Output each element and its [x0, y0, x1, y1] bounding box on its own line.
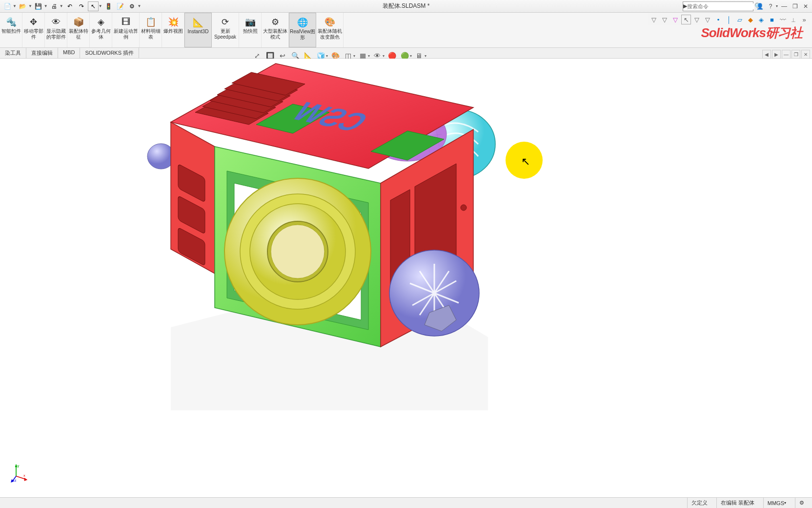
settings-icon[interactable]: ⚙	[127, 1, 138, 11]
undo-icon[interactable]: ↶	[64, 1, 75, 11]
filter-icon[interactable]: ▽	[692, 15, 702, 24]
curve-icon[interactable]: 〰	[778, 15, 788, 24]
svg-text:z: z	[15, 478, 17, 483]
dropdown-icon[interactable]: ▼	[138, 4, 142, 8]
filter-icon[interactable]: ▽	[649, 15, 659, 24]
search-input[interactable]	[687, 3, 754, 9]
dropdown-icon[interactable]: ▾	[326, 54, 328, 58]
tab-rendertools[interactable]: 染工具	[0, 48, 26, 58]
asmfeat-button[interactable]: 📦装配体特征	[67, 13, 90, 47]
dropdown-icon[interactable]: ▼	[44, 4, 48, 8]
ribbon-label: 大型装配体模式	[262, 28, 288, 40]
filter-icon[interactable]: ▽	[670, 15, 680, 24]
filter-icon[interactable]: ▽	[660, 15, 670, 24]
ribbon-label: 爆炸视图	[163, 28, 183, 34]
face-icon[interactable]: ▱	[735, 15, 745, 24]
dropdown-icon[interactable]: ▾	[410, 54, 412, 58]
largeasm-button[interactable]: ⚙大型装配体模式	[262, 13, 289, 47]
realview-button[interactable]: 🌐RealView图形	[289, 13, 316, 47]
tab-mbd[interactable]: MBD	[58, 48, 80, 58]
restore-icon[interactable]: ❐	[791, 2, 799, 11]
ribbon-label: 装配体随机改变颜色	[316, 28, 343, 40]
user-icon[interactable]: 👤	[755, 2, 764, 11]
min-viewport-icon[interactable]: —	[782, 50, 791, 59]
cursor-icon[interactable]: ↖	[681, 15, 691, 24]
refgeom-button[interactable]: ◈参考几何体	[90, 13, 112, 47]
smartfastener-button[interactable]: 🔩智能扣件	[0, 13, 22, 47]
dropdown-icon[interactable]: ▼	[28, 4, 32, 8]
assembly-model: CSW	[137, 59, 508, 410]
filter-icon[interactable]: ▽	[703, 15, 712, 24]
exploded-button[interactable]: 💥爆炸视图	[162, 13, 184, 47]
svg-point-26	[461, 205, 467, 211]
document-title: 装配体.SLDASM *	[383, 2, 430, 10]
dropdown-icon[interactable]: ▾	[383, 54, 385, 58]
body-icon[interactable]: ◈	[756, 15, 766, 24]
svg-point-33	[271, 225, 325, 278]
snapshot-button[interactable]: 📷拍快照	[239, 13, 262, 47]
ribbon-label: 更新Speedpak	[212, 28, 239, 40]
search-box[interactable]: ▶ 🔍	[683, 1, 753, 11]
status-units[interactable]: MMGS ▾	[763, 498, 790, 508]
print-icon[interactable]: 🖨	[49, 1, 60, 11]
dropdown-icon[interactable]: ▼	[60, 4, 63, 8]
selection-filter-toolbar: ▽ ▽ ▽ ↖ ▽ ▽ • │ ▱ ◆ ◈ ■ 〰 ⟂ »	[648, 14, 810, 25]
next-view-icon[interactable]: ▶	[772, 50, 781, 59]
svg-marker-38	[24, 478, 28, 481]
showhidden-button[interactable]: 👁显示隐藏的零部件	[45, 13, 67, 47]
select-icon[interactable]: ↖	[88, 1, 99, 11]
graphics-viewport[interactable]: CSW	[0, 59, 812, 497]
close-icon[interactable]: ✕	[801, 2, 810, 11]
rebuild-icon[interactable]: 🚦	[103, 1, 114, 11]
new-icon[interactable]: 📄	[2, 1, 13, 11]
orientation-triad[interactable]: y x z	[9, 463, 28, 483]
dropdown-icon[interactable]: ▼	[99, 4, 102, 8]
dropdown-icon[interactable]: ▾	[368, 54, 370, 58]
close-viewport-icon[interactable]: ✕	[801, 50, 810, 59]
options-icon[interactable]: 📝	[115, 1, 126, 11]
bom-button[interactable]: 📋材料明细表	[140, 13, 162, 47]
tab-plugins[interactable]: SOLIDWORKS 插件	[80, 48, 139, 58]
status-underdefined: 欠定义	[687, 498, 711, 508]
status-extra-icon[interactable]: ⚙	[795, 498, 808, 508]
quick-access-toolbar: 📄▼ 📂▼ 💾▼ 🖨▼ ↶ ↷ ↖▼ 🚦 📝 ⚙▼	[0, 1, 142, 11]
ribbon-label: 装配体特征	[67, 28, 89, 40]
dropdown-icon[interactable]: ▾	[353, 54, 355, 58]
ribbon-label: 参考几何体	[90, 28, 112, 40]
ribbon-label: 智能扣件	[1, 28, 21, 34]
title-bar: 📄▼ 📂▼ 💾▼ 🖨▼ ↶ ↷ ↖▼ 🚦 📝 ⚙▼ 装配体.SLDASM * ▶…	[0, 0, 812, 13]
minimize-icon[interactable]: —	[780, 2, 789, 11]
newmotion-button[interactable]: 🎞新建运动算例	[112, 13, 140, 47]
open-icon[interactable]: 📂	[18, 1, 28, 11]
solid-icon[interactable]: ■	[767, 15, 777, 24]
dropdown-icon[interactable]: ▾	[776, 4, 778, 8]
ribbon-label: Instant3D	[188, 29, 209, 35]
watermark-text: SolidWorks研习社	[701, 24, 802, 42]
search-run-icon[interactable]: ▶	[683, 3, 687, 9]
ribbon-label: 显示隐藏的零部件	[45, 28, 67, 40]
status-editing: 在编辑 装配体	[716, 498, 758, 508]
dim-icon[interactable]: ⟂	[789, 15, 798, 24]
redo-icon[interactable]: ↷	[76, 1, 87, 11]
plane-icon[interactable]: ◆	[746, 15, 755, 24]
cursor-icon: ↖	[521, 155, 530, 168]
point-icon[interactable]: •	[713, 15, 723, 24]
dropdown-icon[interactable]: ▼	[13, 4, 17, 8]
ribbon-label: 移动零部件	[22, 28, 44, 40]
ribbon-label: 拍快照	[243, 28, 258, 34]
title-right-controls: ▶ 🔍 👤 ?▾ — ❐ ✕	[683, 1, 810, 11]
save-icon[interactable]: 💾	[33, 1, 44, 11]
max-viewport-icon[interactable]: ❐	[792, 50, 800, 59]
status-bar: 欠定义 在编辑 装配体 MMGS ▾ ⚙	[0, 497, 812, 508]
chevron-icon[interactable]: »	[799, 15, 809, 24]
movecomp-button[interactable]: ✥移动零部件	[22, 13, 45, 47]
instant3d-button[interactable]: 📐Instant3D	[184, 13, 212, 47]
viewport-nav: ◀ ▶ — ❐ ✕	[762, 50, 810, 59]
speedpak-button[interactable]: ⟳更新Speedpak	[212, 13, 239, 47]
line-icon[interactable]: │	[724, 15, 734, 24]
tab-directedit[interactable]: 直接编辑	[26, 48, 58, 58]
randomcolor-button[interactable]: 🎨装配体随机改变颜色	[316, 13, 344, 47]
dropdown-icon[interactable]: ▾	[425, 54, 426, 58]
prev-view-icon[interactable]: ◀	[762, 50, 771, 59]
help-icon[interactable]: ?	[766, 2, 775, 11]
